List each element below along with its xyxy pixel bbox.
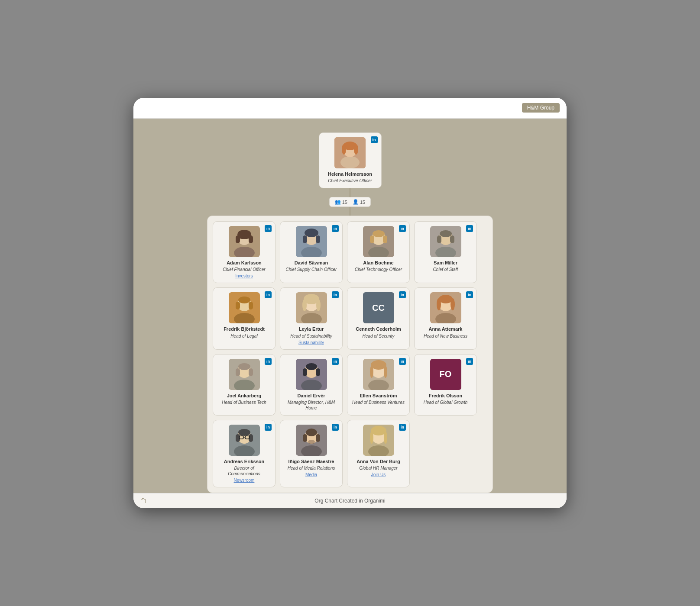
cenneth-linkedin-icon[interactable]: in [399, 291, 406, 298]
adam-avatar [229, 226, 260, 257]
fredrik-name: Fredrik Björkstedt [224, 326, 265, 332]
ellen-avatar [363, 359, 394, 390]
anna-v-link[interactable]: Join Us [371, 472, 386, 477]
empty-cell [414, 420, 477, 487]
stats-people: 👤 15 [353, 199, 365, 205]
leyla-title: Head of Sustainability [290, 333, 332, 339]
svg-point-27 [440, 230, 452, 237]
ellen-name: Ellen Svanström [360, 393, 397, 399]
daniel-title: Managing Director, H&M Home [285, 400, 338, 411]
leyla-photo [296, 292, 327, 323]
people-count: 15 [360, 200, 365, 205]
fredrik-photo [229, 292, 260, 323]
node-leyla-ertur: in Leyla Ertur Hea [280, 287, 343, 349]
sam-title: Chief of Staff [433, 267, 458, 272]
ceo-photo [334, 137, 366, 168]
svg-point-57 [306, 363, 317, 370]
adam-link[interactable]: Investors [235, 274, 253, 278]
inigo-avatar [296, 425, 327, 456]
cenneth-title: Head of Security [363, 333, 395, 339]
node-sam-miller: in Sam Miller Chie [414, 221, 477, 283]
svg-point-78 [306, 429, 317, 436]
groups-count: 15 [342, 200, 347, 205]
andreas-link[interactable]: Newsroom [234, 478, 255, 483]
stats-bar: 👥 15 👤 15 [329, 197, 371, 207]
joel-avatar [229, 359, 260, 390]
node-alan-boehme: in Alan Boehme Chi [347, 221, 410, 283]
ceo-wrapper: in Hele [319, 132, 382, 216]
ceo-connector-down2 [350, 207, 350, 216]
inigo-linkedin-icon[interactable]: in [332, 424, 339, 431]
anna-a-title: Head of New Business [424, 333, 467, 339]
svg-point-1 [340, 156, 360, 168]
svg-rect-23 [383, 235, 387, 243]
ceo-avatar-svg [334, 137, 366, 168]
ceo-linkedin-icon[interactable]: in [371, 136, 378, 143]
svg-rect-28 [437, 235, 441, 243]
leyla-linkedin-icon[interactable]: in [332, 291, 339, 298]
inigo-name: Iñigo Sáenz Maestre [288, 458, 334, 464]
andreas-avatar [229, 425, 260, 456]
svg-rect-52 [236, 368, 240, 376]
alan-linkedin-icon[interactable]: in [399, 225, 406, 232]
groups-icon: 👥 [335, 199, 341, 205]
ellen-title: Head of Business Ventures [352, 400, 405, 405]
daniel-linkedin-icon[interactable]: in [332, 358, 339, 365]
daniel-name: Daniel Ervér [297, 393, 325, 399]
svg-point-33 [238, 297, 250, 303]
node-fredrik-olsson: in FO Fredrik Olsson Head of Global Grow… [414, 354, 477, 416]
adam-linkedin-icon[interactable]: in [265, 225, 272, 232]
alan-title: Chief Technology Officer [355, 267, 402, 272]
inigo-link[interactable]: Media [305, 472, 317, 477]
fredrik-linkedin-icon[interactable]: in [265, 291, 272, 298]
svg-rect-11 [249, 235, 253, 243]
joel-linkedin-icon[interactable]: in [265, 358, 272, 365]
andreas-name: Andreas Eriksson [224, 458, 265, 464]
fredrik-o-linkedin-icon[interactable]: in [466, 358, 473, 365]
sam-linkedin-icon[interactable]: in [466, 225, 473, 232]
node-anna-attemark: in Anna Attemark H [414, 287, 477, 349]
svg-point-21 [373, 230, 385, 237]
andreas-photo [229, 425, 260, 456]
svg-point-15 [305, 229, 318, 237]
node-anna-von-der-burg: in Anna Von Der Burg [347, 420, 410, 487]
node-adam-karlsson: in Adam Karlsson C [213, 221, 275, 283]
svg-rect-22 [370, 235, 374, 243]
node-daniel-erver: in Daniel Ervér Ma [280, 354, 343, 416]
stats-groups: 👥 15 [335, 199, 347, 205]
footer-logo: ⛫ [140, 497, 147, 505]
andreas-linkedin-icon[interactable]: in [265, 424, 272, 431]
anna-v-avatar [363, 425, 394, 456]
david-avatar [296, 226, 327, 257]
anna-v-name: Anna Von Der Burg [356, 458, 400, 464]
svg-rect-79 [303, 434, 307, 442]
anna-v-photo [363, 425, 394, 456]
people-icon: 👤 [353, 199, 359, 205]
fredrik-title: Head of Legal [230, 333, 257, 339]
reports-box: in Adam Karlsson C [207, 216, 493, 493]
org-chart: in Hele [144, 132, 556, 493]
leyla-name: Leyla Ertur [299, 326, 324, 332]
daniel-photo [296, 359, 327, 390]
joel-photo [229, 359, 260, 390]
ceo-title: Chief Executive Officer [328, 178, 372, 184]
ellen-linkedin-icon[interactable]: in [399, 358, 406, 365]
main-content: in Hele [133, 119, 567, 493]
svg-point-69 [238, 429, 250, 436]
anna-a-linkedin-icon[interactable]: in [466, 291, 473, 298]
svg-point-41 [316, 299, 321, 311]
anna-a-photo [430, 292, 461, 323]
company-badge: H&M Group [522, 103, 560, 113]
fredrik-o-name: Fredrik Olsson [429, 393, 463, 399]
row-4: in [213, 420, 487, 487]
svg-point-47 [450, 298, 455, 310]
svg-rect-29 [450, 235, 454, 243]
anna-v-linkedin-icon[interactable]: in [399, 424, 406, 431]
joel-name: Joel Ankarberg [227, 393, 262, 399]
anna-v-title: Global HR Manager [359, 465, 397, 471]
cenneth-placeholder: CC [363, 292, 394, 323]
david-linkedin-icon[interactable]: in [332, 225, 339, 232]
alan-name: Alan Boehme [363, 260, 393, 266]
svg-point-5 [354, 144, 358, 155]
leyla-link[interactable]: Sustainability [298, 340, 324, 345]
